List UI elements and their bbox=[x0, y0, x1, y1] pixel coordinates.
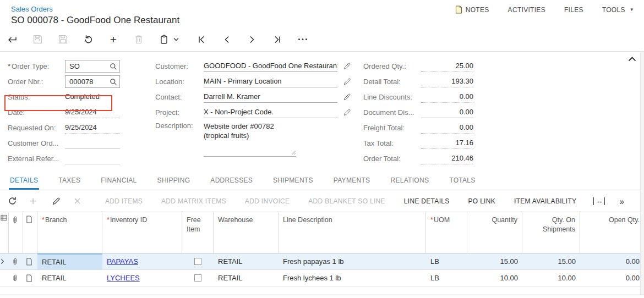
external-ref-input[interactable] bbox=[65, 152, 120, 164]
cell-qty-on-shipments: 10.00 bbox=[522, 270, 580, 286]
header-free-item[interactable]: Free Item bbox=[182, 212, 214, 253]
summary-totals-column: Ordered Qty.:25.00 Detail Total:193.30 L… bbox=[363, 60, 473, 168]
tab-shipments[interactable]: SHIPMENTS bbox=[272, 176, 314, 190]
grid-expand-menu-icon[interactable]: » bbox=[619, 196, 624, 206]
ordered-qty-value: 25.00 bbox=[421, 60, 473, 72]
location-value[interactable]: MAIN - Primary Location bbox=[204, 75, 337, 87]
edit-row-pencil-button[interactable] bbox=[52, 195, 74, 208]
cancel-undo-button[interactable] bbox=[83, 34, 94, 45]
collapse-summary-chevron-icon[interactable] bbox=[628, 57, 636, 62]
grid-settings-icon[interactable] bbox=[0, 212, 9, 253]
header-qty-on-shipments[interactable]: Qty. On Shipments bbox=[522, 212, 580, 253]
files-button[interactable]: FILES bbox=[564, 6, 583, 14]
contact-edit-pencil-icon[interactable] bbox=[343, 93, 351, 101]
free-item-checkbox[interactable] bbox=[194, 258, 201, 265]
attachment-paperclip-icon[interactable] bbox=[9, 270, 23, 286]
lookup-magnifier-icon[interactable] bbox=[110, 63, 117, 70]
order-type-input[interactable] bbox=[66, 60, 106, 72]
previous-record-button[interactable] bbox=[221, 34, 232, 45]
lookup-magnifier-icon[interactable] bbox=[110, 78, 117, 86]
header-branch[interactable]: *Branch bbox=[37, 212, 102, 253]
copy-paste-menu-chevron-icon[interactable] bbox=[171, 34, 182, 45]
record-toolbar: + bbox=[0, 27, 644, 52]
next-record-button[interactable] bbox=[247, 34, 258, 45]
header-uom[interactable]: *UOM bbox=[426, 212, 467, 253]
cell-free-item[interactable] bbox=[182, 270, 214, 286]
order-nbr-field[interactable] bbox=[65, 75, 120, 88]
tab-addresses[interactable]: ADDRESSES bbox=[209, 176, 254, 190]
cell-inventory-id[interactable]: PAPAYAS bbox=[102, 253, 182, 270]
header-line-description[interactable]: Line Description bbox=[279, 212, 426, 253]
cell-line-description[interactable]: Fresh lychees 1 lb bbox=[279, 270, 426, 286]
tab-totals[interactable]: TOTALS bbox=[448, 176, 476, 190]
customer-edit-pencil-icon[interactable] bbox=[343, 62, 351, 70]
cell-warehouse[interactable]: RETAIL bbox=[214, 270, 279, 286]
inventory-id-link[interactable]: LYCHEES bbox=[107, 274, 140, 282]
tab-details[interactable]: DETAILS bbox=[9, 176, 39, 190]
page-header: Sales Orders SO 000078 - GoodFood One Re… bbox=[0, 0, 644, 27]
line-discounts-value: 0.00 bbox=[421, 91, 473, 103]
cell-line-description[interactable]: Fresh papayas 1 lb bbox=[279, 253, 426, 270]
tools-label: TOOLS bbox=[602, 6, 625, 14]
first-record-button[interactable] bbox=[196, 34, 207, 45]
tab-shipping[interactable]: SHIPPING bbox=[156, 176, 192, 190]
resize-handle-icon[interactable] bbox=[291, 150, 296, 155]
customer-value[interactable]: GOODFOOD - GoodFood One Restaurant bbox=[204, 60, 337, 72]
last-record-button[interactable] bbox=[272, 34, 283, 45]
cell-quantity[interactable]: 10.00 bbox=[467, 270, 522, 286]
header-warehouse[interactable]: Warehouse bbox=[214, 212, 279, 253]
fit-to-screen-icon[interactable]: ↔ bbox=[593, 197, 605, 205]
line-details-button[interactable]: LINE DETAILS bbox=[395, 197, 459, 205]
breadcrumb[interactable]: Sales Orders bbox=[11, 5, 53, 13]
refresh-button[interactable] bbox=[8, 195, 30, 208]
cell-inventory-id[interactable]: LYCHEES bbox=[102, 270, 182, 286]
order-type-field[interactable] bbox=[65, 60, 120, 73]
cell-branch[interactable]: RETAIL bbox=[37, 253, 102, 270]
document-discounts-value[interactable]: 0.00 bbox=[421, 106, 473, 118]
order-nbr-label: Order Nbr.: bbox=[8, 78, 65, 86]
add-new-button[interactable]: + bbox=[108, 34, 119, 45]
cell-warehouse[interactable]: RETAIL bbox=[214, 253, 279, 270]
add-items-button: ADD ITEMS bbox=[96, 197, 152, 205]
cell-uom[interactable]: LB bbox=[426, 270, 467, 286]
item-availability-button[interactable]: ITEM AVAILABILITY bbox=[505, 197, 586, 205]
contact-value[interactable]: Darrell M. Kramer bbox=[204, 91, 337, 103]
copy-paste-button[interactable] bbox=[159, 34, 170, 45]
grid-row-lychees[interactable]: RETAIL LYCHEES RETAIL Fresh lychees 1 lb… bbox=[0, 270, 644, 286]
tab-taxes[interactable]: TAXES bbox=[57, 176, 81, 190]
project-value[interactable]: X - Non-Project Code. bbox=[204, 106, 337, 118]
vertical-scrollbar[interactable] bbox=[640, 52, 644, 295]
tab-payments[interactable]: PAYMENTS bbox=[332, 176, 372, 190]
row-note-icon[interactable] bbox=[23, 253, 37, 270]
po-link-button[interactable]: PO LINK bbox=[459, 197, 505, 205]
description-label: Description: bbox=[155, 122, 204, 130]
tools-menu[interactable]: TOOLS ▼ bbox=[602, 6, 634, 14]
header-inventory-id[interactable]: *Inventory ID bbox=[102, 212, 182, 253]
cell-free-item[interactable] bbox=[182, 253, 214, 270]
customer-order-input[interactable] bbox=[65, 137, 120, 149]
tab-relations[interactable]: RELATIONS bbox=[389, 176, 430, 190]
description-textarea[interactable]: Website order #00782 (tropical fruits) bbox=[204, 122, 296, 157]
location-edit-pencil-icon[interactable] bbox=[343, 78, 351, 86]
more-actions-button[interactable] bbox=[297, 34, 308, 45]
tab-financial[interactable]: FINANCIAL bbox=[100, 176, 138, 190]
row-note-icon[interactable] bbox=[23, 270, 37, 286]
attachment-paperclip-icon[interactable] bbox=[9, 253, 23, 270]
header-quantity[interactable]: Quantity bbox=[467, 212, 522, 253]
activities-button[interactable]: ACTIVITIES bbox=[508, 6, 545, 14]
cell-branch[interactable]: RETAIL bbox=[37, 270, 102, 286]
order-nbr-input[interactable] bbox=[66, 76, 106, 87]
free-item-checkbox[interactable] bbox=[194, 274, 201, 282]
freight-total-label: Freight Total: bbox=[363, 124, 421, 132]
cell-uom[interactable]: LB bbox=[426, 253, 467, 270]
inventory-id-link[interactable]: PAPAYAS bbox=[107, 257, 138, 266]
grid-row-papayas[interactable]: RETAIL PAPAYAS RETAIL Fresh papayas 1 lb… bbox=[0, 253, 644, 270]
header-open-qty[interactable]: Open Qty. bbox=[580, 212, 644, 253]
project-edit-pencil-icon[interactable] bbox=[343, 108, 351, 117]
required-mark: * bbox=[8, 62, 10, 70]
status-value: Completed bbox=[65, 91, 120, 103]
cell-quantity[interactable]: 15.00 bbox=[467, 253, 522, 270]
back-button[interactable] bbox=[7, 34, 18, 45]
notes-button[interactable]: NOTES bbox=[455, 5, 489, 14]
summary-left-column: *Order Type: Order Nbr.: Status: Complet… bbox=[8, 60, 126, 168]
